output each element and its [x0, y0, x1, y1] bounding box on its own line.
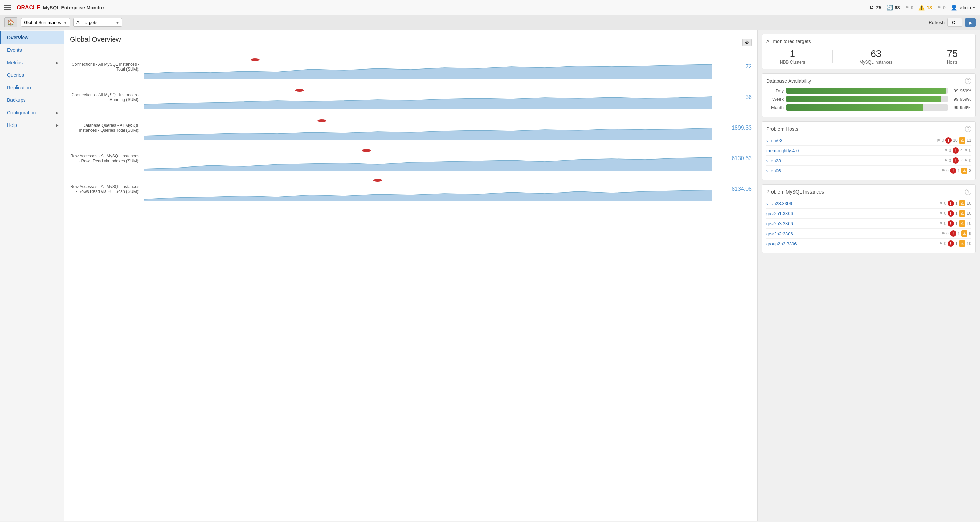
- problem-warning-count: 3: [969, 168, 971, 173]
- problem-row: mem-nightly-4.0 ⚑ 0 ! 4 ⚑ 0: [766, 146, 971, 156]
- availability-help-icon[interactable]: ?: [965, 78, 971, 84]
- problem-critical-count: 10: [953, 138, 958, 143]
- sidebar-label-help: Help: [7, 123, 17, 128]
- svg-point-0: [251, 58, 259, 61]
- ndb-label: NDB Clusters: [780, 60, 805, 65]
- problem-badges: ⚑ 0 ! 1 ⚠9: [942, 231, 971, 237]
- refresh-label: Refresh: [929, 20, 945, 25]
- summary-stats: 1 NDB Clusters 63 MySQL Instances 75 Hos…: [766, 48, 971, 65]
- grey1-count: 0: [911, 5, 914, 10]
- problem-name[interactable]: vitan23: [766, 158, 944, 163]
- problem-critical-count: 1: [955, 211, 958, 216]
- chart-row-2: Database Queries - All MySQL Instances -…: [70, 116, 752, 140]
- metrics-arrow-icon: ▶: [56, 60, 58, 65]
- problem-critical-count: 4: [960, 148, 963, 153]
- chart-label-4: Row Accesses - All MySQL Instances - Row…: [70, 184, 139, 194]
- global-summaries-select[interactable]: Global Summaries: [21, 18, 70, 27]
- monitor-count: 75: [876, 5, 881, 10]
- mysql-instances-stat: 63 MySQL Instances: [860, 48, 892, 65]
- ndb-clusters-stat: 1 NDB Clusters: [780, 48, 805, 65]
- problem-hosts-list: vimur03 ⚑ 0 ! 10 ⚠11 mem-nightly-4.0 ⚑ 0…: [766, 135, 971, 175]
- sidebar-item-events[interactable]: Events: [0, 44, 64, 56]
- sidebar-item-replication[interactable]: Replication: [0, 81, 64, 94]
- monitored-targets-card: All monitored targets 1 NDB Clusters 63 …: [762, 34, 976, 69]
- refresh-select[interactable]: Off: [947, 18, 962, 27]
- play-button[interactable]: ▶: [965, 18, 976, 27]
- problem-badges: ⚑ 0 ! 1 ⚠10: [939, 200, 971, 207]
- problem-warning-badge: ⚠: [961, 231, 967, 237]
- sidebar-label-events: Events: [7, 47, 22, 53]
- chart-label-3: Row Accesses - All MySQL Instances - Row…: [70, 154, 139, 163]
- availability-bar-2: [786, 104, 948, 110]
- problem-name[interactable]: mem-nightly-4.0: [766, 148, 944, 153]
- problem-grey-icon: ⚑ 0: [942, 168, 949, 173]
- right-panel: All monitored targets 1 NDB Clusters 63 …: [757, 30, 980, 520]
- sidebar-item-metrics[interactable]: Metrics ▶: [0, 56, 64, 69]
- problem-warning-badge: ⚠: [959, 210, 966, 216]
- problem-critical-count: 1: [955, 241, 958, 246]
- admin-label: admin: [959, 5, 971, 10]
- agent-icon: 🔄: [886, 4, 893, 11]
- problem-warning-count: 10: [967, 241, 971, 246]
- problem-badges: ⚑ 0 ! 2 ⚑ 0: [944, 158, 971, 164]
- topbar: ORACLE MySQL Enterprise Monitor 🖥 75 🔄 6…: [0, 0, 980, 15]
- availability-row-1: Week99.959%: [766, 96, 971, 102]
- availability-row-0: Day99.959%: [766, 88, 971, 94]
- svg-point-3: [362, 149, 371, 152]
- chart-value-1: 36: [727, 94, 752, 100]
- problem-row: grsr2n1:3306 ⚑ 0 ! 1 ⚠10: [766, 208, 971, 219]
- problem-name[interactable]: vimur03: [766, 138, 937, 143]
- chart-row-3: Row Accesses - All MySQL Instances - Row…: [70, 146, 752, 171]
- admin-dropdown-icon: ▼: [972, 6, 976, 10]
- admin-menu[interactable]: 👤 admin ▼: [950, 4, 976, 11]
- problem-warning-count: 9: [969, 231, 971, 236]
- sidebar-label-overview: Overview: [7, 35, 29, 40]
- problem-critical-count: 1: [955, 221, 958, 226]
- problem-badges: ⚑ 0 ! 1 ⚠10: [939, 210, 971, 216]
- problem-grey-icon: ⚑ 0: [939, 201, 946, 206]
- problem-mysql-help-icon[interactable]: ?: [965, 189, 971, 195]
- problem-critical-badge: !: [948, 220, 954, 227]
- chart-area-1: [143, 85, 723, 110]
- monitor-badge: 🖥 75: [869, 5, 881, 11]
- all-targets-wrapper: All Targets: [73, 18, 122, 27]
- hosts-stat: 75 Hosts: [947, 48, 958, 65]
- chart-area-2: [143, 116, 723, 140]
- problem-row: grsr2n2:3306 ⚑ 0 ! 1 ⚠9: [766, 229, 971, 239]
- availability-percent-1: 99.959%: [950, 97, 971, 102]
- chart-value-3: 6130.63: [727, 155, 752, 162]
- refresh-section: Refresh Off ▶: [929, 18, 976, 27]
- ndb-count: 1: [780, 48, 805, 59]
- problem-warning-count: 10: [967, 211, 971, 216]
- grey2-count: 0: [943, 5, 946, 10]
- problem-hosts-help-icon[interactable]: ?: [965, 126, 971, 132]
- problem-name[interactable]: grsr2n1:3306: [766, 211, 939, 216]
- problem-name[interactable]: grsr2n3:3306: [766, 221, 939, 226]
- agent-count: 63: [894, 5, 900, 10]
- sidebar-item-queries[interactable]: Queries: [0, 69, 64, 81]
- sidebar-item-backups[interactable]: Backups: [0, 94, 64, 107]
- problem-name[interactable]: grsr2n2:3306: [766, 231, 942, 236]
- sidebar-item-overview[interactable]: Overview: [0, 31, 64, 44]
- all-targets-select[interactable]: All Targets: [73, 18, 122, 27]
- problem-row: group2n3:3306 ⚑ 0 ! 1 ⚠10: [766, 239, 971, 248]
- chart-area-0: [143, 54, 723, 79]
- problem-warning-badge: ⚠: [959, 200, 966, 207]
- problem-mysql-list: vitan23:3399 ⚑ 0 ! 1 ⚠10 grsr2n1:3306 ⚑ …: [766, 199, 971, 248]
- grey2-icon: ⚑: [937, 5, 942, 10]
- problem-badges: ⚑ 0 ! 4 ⚑ 0: [944, 147, 971, 154]
- problem-critical-badge: !: [945, 137, 951, 143]
- admin-icon: 👤: [950, 4, 958, 11]
- problem-name[interactable]: vitan06: [766, 168, 942, 173]
- problem-name[interactable]: vitan23:3399: [766, 201, 939, 206]
- chart-label-2: Database Queries - All MySQL Instances -…: [70, 123, 139, 133]
- gear-button[interactable]: ⚙: [742, 38, 752, 46]
- problem-row: vimur03 ⚑ 0 ! 10 ⚠11: [766, 135, 971, 146]
- sidebar-item-help[interactable]: Help ▶: [0, 119, 64, 131]
- oracle-text: ORACLE: [17, 5, 40, 11]
- hamburger-menu[interactable]: [4, 5, 11, 10]
- problem-grey-icon: ⚑ 0: [939, 241, 946, 246]
- sidebar-item-configuration[interactable]: Configuration ▶: [0, 107, 64, 119]
- problem-name[interactable]: group2n3:3306: [766, 241, 939, 247]
- home-button[interactable]: 🏠: [4, 18, 18, 27]
